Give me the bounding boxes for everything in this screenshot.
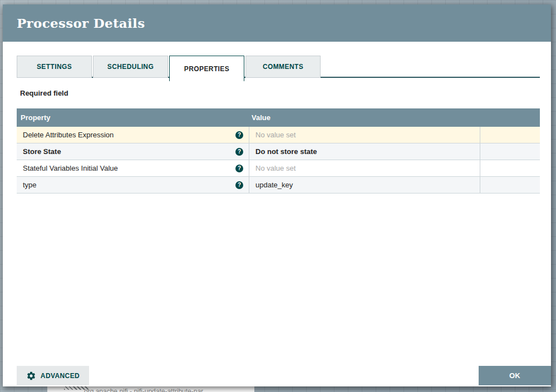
table-row: Delete Attributes Expression ? No value …	[17, 127, 540, 143]
property-value: No value set	[255, 131, 296, 139]
help-icon[interactable]: ?	[235, 131, 243, 139]
tab-bar: SETTINGS SCHEDULING PROPERTIES COMMENTS	[17, 56, 540, 78]
help-icon[interactable]: ?	[235, 148, 243, 156]
extra-cell	[480, 177, 540, 193]
background-dialog-sliver: org.apache.nifi - nifi-update-attribute-…	[47, 386, 254, 392]
extra-cell	[480, 127, 540, 143]
tab-properties[interactable]: PROPERTIES	[169, 56, 244, 81]
advanced-button[interactable]: ADVANCED	[17, 366, 89, 385]
tab-comments[interactable]: COMMENTS	[245, 56, 321, 78]
property-value: update_key	[255, 181, 293, 189]
help-icon[interactable]: ?	[235, 165, 243, 172]
required-field-label: Required field	[20, 89, 68, 97]
extra-cell	[480, 160, 540, 176]
table-row: Store State ? Do not store state	[17, 143, 540, 160]
property-name: Store State	[23, 147, 61, 156]
dialog-header: Processor Details	[3, 4, 551, 42]
processor-details-dialog: Processor Details SETTINGS SCHEDULING PR…	[3, 4, 551, 386]
property-value: No value set	[255, 164, 296, 172]
column-header-value: Value	[249, 113, 540, 122]
table-row: Stateful Variables Initial Value ? No va…	[17, 160, 540, 177]
value-cell: Do not store state	[249, 143, 480, 160]
bundle-text: org.apache.nifi - nifi-update-attribute-…	[84, 388, 203, 392]
table-row: type ? update_key	[17, 177, 540, 193]
help-icon[interactable]: ?	[235, 181, 243, 189]
tab-settings[interactable]: SETTINGS	[17, 56, 92, 78]
column-header-property: Property	[17, 113, 249, 122]
property-cell: Delete Attributes Expression ?	[17, 127, 249, 143]
property-cell: Store State ?	[17, 143, 249, 160]
property-cell: type ?	[17, 177, 249, 193]
extra-cell	[480, 143, 540, 160]
tab-scheduling[interactable]: SCHEDULING	[93, 56, 168, 78]
gear-icon	[26, 371, 36, 381]
value-cell: No value set	[249, 127, 480, 143]
property-name: Stateful Variables Initial Value	[23, 164, 118, 172]
property-name: Delete Attributes Expression	[23, 131, 114, 139]
value-cell: No value set	[249, 160, 480, 176]
properties-table: Property Value Delete Attributes Express…	[17, 108, 540, 193]
property-cell: Stateful Variables Initial Value ?	[17, 160, 249, 176]
ok-button[interactable]: OK	[479, 366, 551, 385]
property-name: type	[23, 181, 37, 189]
value-cell: update_key	[249, 177, 480, 193]
property-value: Do not store state	[255, 147, 317, 156]
advanced-button-label: ADVANCED	[41, 372, 80, 380]
table-header-row: Property Value	[17, 108, 540, 127]
dialog-title: Processor Details	[17, 16, 145, 31]
